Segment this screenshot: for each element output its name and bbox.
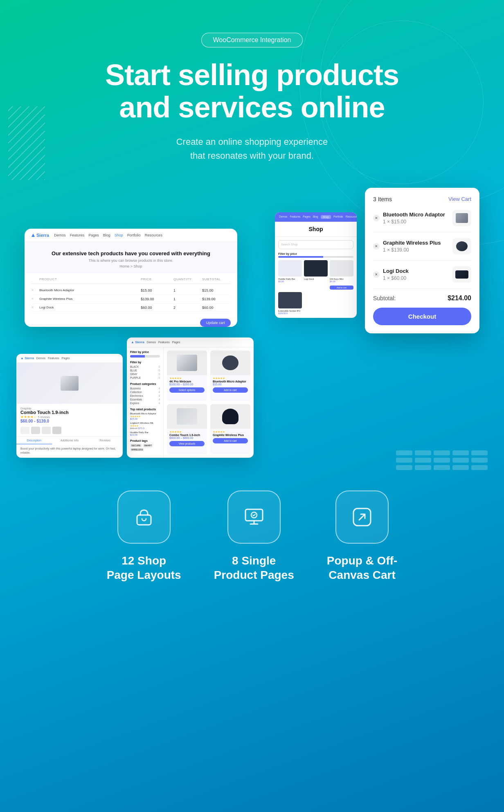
product-nav-features[interactable]: Features xyxy=(48,357,59,360)
grid-product-1-btn[interactable]: Select options xyxy=(169,387,205,393)
view-cart-link[interactable]: View Cart xyxy=(448,196,471,202)
nav-features[interactable]: Features xyxy=(70,233,85,237)
product-main-image xyxy=(16,363,123,404)
grid-product-4-info: ★★★★★ Graphite Wireless Plus xyxy=(210,429,250,438)
filter-gray[interactable]: GRAY0 xyxy=(130,373,160,376)
cart-item-2-qty: 1 × $139.00 xyxy=(383,247,448,253)
cat-electronics[interactable]: Electronics4 xyxy=(130,394,160,397)
cart-subtotal: Subtotal: $214.00 xyxy=(373,295,471,302)
feature-shop-layouts: 12 Shop Page Layouts xyxy=(107,490,181,582)
shop-right-search[interactable]: Search Shop xyxy=(278,240,353,249)
cat-business[interactable]: Business4 xyxy=(130,387,160,390)
tag-wireless[interactable]: WIRELESS xyxy=(130,448,144,451)
product-price-huddle: $0.00 xyxy=(278,280,302,283)
nav-shop[interactable]: Shop xyxy=(115,233,123,237)
grid-nav-logo: ▲ Sierra xyxy=(131,340,144,344)
cart-item-2-image xyxy=(456,241,468,251)
grid-product-4-stars: ★★★★★ xyxy=(213,430,248,434)
rnav-shop[interactable]: Shop xyxy=(321,215,331,219)
row1-name: Bluetooth Micro Adaptor xyxy=(39,288,141,292)
row3-price: $60.00 xyxy=(141,306,173,310)
grid-product-3-info: ★★★★★ Combo Touch 1.9-inch $600.00 – $80… xyxy=(167,429,207,441)
top-product-2-stars: ★★★★ xyxy=(130,424,160,427)
nav-links: Demos Features Pages Blog Shop Portfolio… xyxy=(54,233,162,237)
filter-by-title: Filter by xyxy=(130,361,160,364)
cart-items-count: 3 Items xyxy=(373,196,392,202)
grid-nav-features[interactable]: Features xyxy=(158,341,170,344)
rnav-blog[interactable]: Blog xyxy=(313,215,318,219)
tags-section: Product tags SECURE SMART WIRELESS xyxy=(130,439,160,451)
categories-section: Product categories Business4 Collection4… xyxy=(130,382,160,405)
product-price-socket: $100/$10 xyxy=(278,312,302,315)
cart-remove-1[interactable]: ✕ xyxy=(373,215,380,221)
cart-item-2-name: Graphite Wireless Plus xyxy=(383,240,448,246)
cat-essentials[interactable]: Essentials4 xyxy=(130,398,160,401)
product-nav: ▲ Sierra Demos Features Pages xyxy=(16,354,123,363)
grid-product-3-price: $600.00 – $800.00 xyxy=(169,436,205,439)
rnav-features[interactable]: Features xyxy=(290,215,301,219)
grid-product-4-btn[interactable]: Add to cart xyxy=(213,438,248,443)
tab-additional[interactable]: Additional Info xyxy=(52,437,88,444)
shop-hero: Our extensive tech products have you cov… xyxy=(25,242,237,273)
tab-description[interactable]: Description xyxy=(16,437,52,444)
row1-qty: 1 xyxy=(173,288,202,292)
checkout-button[interactable]: Checkout xyxy=(373,308,471,325)
shop-right-title: Shop xyxy=(275,222,357,237)
shop-grid-screenshot: ▲ Sierra Demos Features Pages Filter by … xyxy=(127,337,254,458)
rnav-portfolio[interactable]: Portfolio xyxy=(333,215,343,219)
filter-black[interactable]: BLACK0 xyxy=(130,365,160,368)
product-nav-demos[interactable]: Demos xyxy=(36,357,45,360)
update-cart-button[interactable]: Update cart xyxy=(200,319,231,327)
product-description: Boost your productivity with this powerf… xyxy=(16,444,123,458)
cat-explore[interactable]: Explore4 xyxy=(130,402,160,405)
tab-reviews[interactable]: Reviews xyxy=(87,437,123,444)
wireless-img xyxy=(222,409,239,424)
top-product-3: Huddle Rally Bar $23.00 xyxy=(130,431,160,436)
filter-blue[interactable]: BLUE0 xyxy=(130,369,160,372)
grid-nav-pages[interactable]: Pages xyxy=(172,341,180,344)
grid-product-2-btn[interactable]: Add to cart xyxy=(213,387,248,393)
grid-product-4-name: Graphite Wireless Plus xyxy=(213,434,248,436)
grid-nav-demos[interactable]: Demos xyxy=(147,341,156,344)
price-slider[interactable] xyxy=(130,355,160,358)
price-filter-slider[interactable] xyxy=(278,256,353,258)
rnav-pages[interactable]: Pages xyxy=(303,215,310,219)
tag-smart[interactable]: SMART xyxy=(143,444,153,447)
product-btn-keys[interactable]: Add to cart xyxy=(330,286,353,290)
laptop-image xyxy=(61,376,79,391)
tag-secure[interactable]: SECURE xyxy=(130,444,142,447)
rnav-demos[interactable]: Demos xyxy=(279,215,288,219)
shop-right-screenshot: Demos Features Pages Blog Shop Portfolio… xyxy=(275,212,357,318)
product-thumb-3[interactable] xyxy=(42,427,51,434)
shop-sidebar: Filter by price Filter by BLACK0 BLUE0 G… xyxy=(127,347,164,458)
monitor-icon xyxy=(243,506,265,528)
product-thumb-4[interactable] xyxy=(52,427,61,434)
product-nav-pages[interactable]: Pages xyxy=(62,357,70,360)
row3-name: Logi Dock xyxy=(39,306,141,309)
product-thumb-2[interactable] xyxy=(31,427,40,434)
cart-item-2-info: Graphite Wireless Plus 1 × $139.00 xyxy=(383,240,448,253)
nav-pages[interactable]: Pages xyxy=(88,233,99,237)
product-category: Graphite xyxy=(20,407,119,410)
filter-purple[interactable]: PURPLE0 xyxy=(130,376,160,379)
rnav-resources[interactable]: Resources xyxy=(346,215,357,219)
shop-breadcrumb: Home > Shop xyxy=(31,264,231,268)
product-info: Graphite Combo Touch 1.9-inch ★★★★☆ 5 re… xyxy=(16,404,123,427)
nav-portfolio[interactable]: Portfolio xyxy=(127,233,141,237)
cart-item-3: ✕ Logi Dock 1 × $60.00 xyxy=(373,266,471,289)
nav-resources[interactable]: Resources xyxy=(145,233,162,237)
cart-remove-2[interactable]: ✕ xyxy=(373,243,380,250)
shop-grid-layout: Filter by price Filter by BLACK0 BLUE0 G… xyxy=(127,347,254,458)
grid-product-1-img xyxy=(167,351,207,375)
product-thumb-1[interactable] xyxy=(20,427,29,434)
cart-remove-3[interactable]: ✕ xyxy=(373,271,380,278)
grid-product-1-info: ★★★★★ 4K Pro Webcam $100.00 – $200.00 xyxy=(167,375,207,387)
external-arrow-icon xyxy=(351,506,373,528)
subtotal-amount: $214.00 xyxy=(448,295,471,302)
grid-product-3-btn[interactable]: View products xyxy=(169,441,205,446)
nav-blog[interactable]: Blog xyxy=(103,233,110,237)
nav-demos[interactable]: Demos xyxy=(54,233,66,237)
product-name-socket: Extensible Socket IPC xyxy=(278,310,302,312)
cat-collection[interactable]: Collection4 xyxy=(130,391,160,394)
top-product-2-oldprice: $85.00 $75.0 xyxy=(130,427,160,430)
